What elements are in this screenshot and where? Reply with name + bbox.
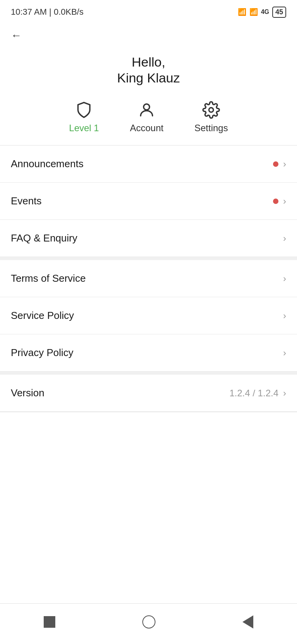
triangle-icon (242, 615, 253, 629)
wifi-icon: 📶 (238, 8, 246, 16)
version-label: Version (11, 387, 44, 399)
announcements-label: Announcements (11, 158, 84, 170)
privacy-label: Privacy Policy (11, 347, 73, 359)
square-icon (44, 616, 55, 628)
back-arrow-icon: ← (11, 29, 22, 41)
signal-icon: 📶 (249, 8, 258, 16)
terms-right: › (283, 273, 286, 284)
back-button[interactable]: ← (0, 22, 297, 46)
faq-chevron: › (283, 233, 286, 244)
nav-item-level[interactable]: Level 1 (69, 101, 99, 134)
privacy-chevron: › (283, 348, 286, 358)
battery-indicator: 45 (272, 7, 286, 18)
back-nav-button[interactable] (231, 611, 265, 632)
header: Hello, King Klauz (0, 46, 297, 97)
menu-section-3: Version 1.2.4 / 1.2.4 › (0, 375, 297, 412)
announcements-dot (273, 161, 278, 167)
greeting-text: Hello, (15, 53, 282, 70)
profile-nav: Level 1 Account Settings (0, 97, 297, 145)
announcements-chevron: › (283, 159, 286, 170)
menu-section-2: Terms of Service › Service Policy › Priv… (0, 260, 297, 372)
terms-label: Terms of Service (11, 272, 86, 284)
version-bottom-divider (0, 412, 297, 412)
events-chevron: › (283, 196, 286, 207)
nav-account-label: Account (130, 123, 164, 134)
svg-point-1 (209, 108, 213, 112)
menu-item-events[interactable]: Events › (0, 183, 297, 220)
section-divider-2 (0, 372, 297, 375)
recent-apps-button[interactable] (32, 612, 67, 632)
menu-item-faq[interactable]: FAQ & Enquiry › (0, 220, 297, 257)
menu-item-service-policy[interactable]: Service Policy › (0, 297, 297, 334)
svg-point-0 (144, 104, 150, 110)
service-policy-chevron: › (283, 310, 286, 321)
status-time: 10:37 AM | 0.0KB/s (11, 7, 84, 17)
privacy-right: › (283, 348, 286, 358)
menu-item-announcements[interactable]: Announcements › (0, 146, 297, 183)
status-bar: 10:37 AM | 0.0KB/s 📶 📶 4G 45 (0, 0, 297, 22)
events-dot (273, 199, 278, 204)
service-policy-label: Service Policy (11, 310, 74, 322)
menu-item-terms[interactable]: Terms of Service › (0, 260, 297, 297)
bottom-nav (0, 603, 297, 644)
nav-level-label: Level 1 (69, 123, 99, 134)
faq-label: FAQ & Enquiry (11, 232, 77, 244)
section-divider-1 (0, 257, 297, 260)
person-icon (138, 101, 155, 119)
status-icons: 📶 📶 4G 45 (238, 7, 286, 18)
menu-item-version[interactable]: Version 1.2.4 / 1.2.4 › (0, 375, 297, 412)
username-text: King Klauz (15, 70, 282, 86)
announcements-right: › (273, 159, 286, 170)
nav-item-account[interactable]: Account (130, 101, 164, 134)
nav-settings-label: Settings (195, 123, 228, 134)
events-label: Events (11, 195, 42, 207)
terms-chevron: › (283, 273, 286, 284)
nav-item-settings[interactable]: Settings (195, 101, 228, 134)
service-policy-right: › (283, 310, 286, 321)
version-right: 1.2.4 / 1.2.4 › (229, 388, 286, 399)
shield-icon (75, 101, 93, 119)
menu-item-privacy[interactable]: Privacy Policy › (0, 334, 297, 372)
menu-section-1: Announcements › Events › FAQ & Enquiry › (0, 146, 297, 257)
gear-icon (202, 101, 220, 119)
faq-right: › (283, 233, 286, 244)
version-value: 1.2.4 / 1.2.4 (229, 388, 278, 399)
version-chevron: › (283, 388, 286, 399)
network-4g-icon: 4G (261, 9, 269, 15)
events-right: › (273, 196, 286, 207)
home-button[interactable] (131, 611, 167, 632)
circle-icon (142, 615, 155, 629)
